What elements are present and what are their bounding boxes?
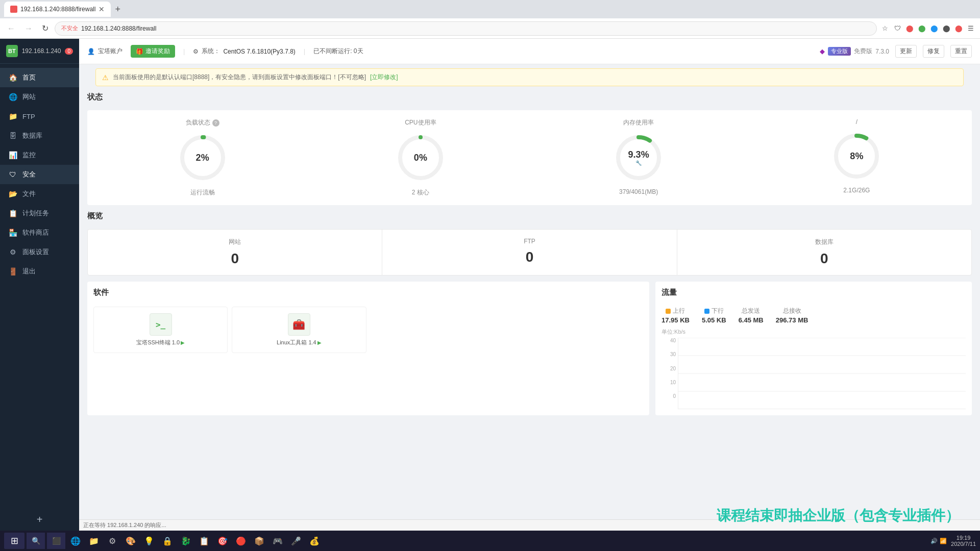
top-bar-right: ◆ 专业版 免费版 7.3.0 更新 修复 重置 xyxy=(820,45,972,58)
sidebar-item-database[interactable]: 🗄 数据库 xyxy=(0,126,79,145)
sys-icon2[interactable]: 📶 xyxy=(940,538,947,544)
new-tab-btn[interactable]: + xyxy=(115,4,120,15)
traffic-upload: 上行 17.95 KB xyxy=(662,307,690,324)
main-content: 👤 宝塔账户 🎁 邀请奖励 | ⚙ 系统： CentOS 7.6.1810(Py… xyxy=(79,39,980,531)
sidebar-label-tasks: 计划任务 xyxy=(22,209,49,218)
sidebar-item-website[interactable]: 🌐 网站 xyxy=(0,87,79,107)
download-dot xyxy=(704,309,709,314)
taskbar-icon9[interactable]: 🎯 xyxy=(214,533,231,549)
sidebar-label-store: 软件商店 xyxy=(22,228,49,237)
sidebar-item-ftp[interactable]: 📁 FTP xyxy=(0,107,79,126)
ext-icon4[interactable]: ⬤ xyxy=(941,23,951,34)
reset-btn[interactable]: 重置 xyxy=(950,45,972,58)
security-icon: 🛡 xyxy=(8,170,17,179)
taskbar-explorer-icon[interactable]: 📁 xyxy=(86,533,102,549)
taskbar-icon12[interactable]: 🎮 xyxy=(270,533,286,549)
memory-value: 9.3% 🔧 xyxy=(628,149,649,166)
update-btn[interactable]: 更新 xyxy=(895,45,917,58)
ssh-name: 宝塔SSH终端 1.0 ▶ xyxy=(136,339,185,346)
shield-icon[interactable]: 🛡 xyxy=(892,23,902,34)
overview-ftp[interactable]: FTP 0 xyxy=(382,230,677,275)
repair-btn[interactable]: 修复 xyxy=(923,45,944,58)
tab-close-btn[interactable]: ✕ xyxy=(99,5,105,13)
back-btn[interactable]: ← xyxy=(4,22,18,35)
ext-icon3[interactable]: ⬤ xyxy=(929,23,939,34)
sidebar-label-settings: 面板设置 xyxy=(22,247,49,257)
pro-badge: 专业版 xyxy=(828,47,851,56)
sidebar-item-home[interactable]: 🏠 首页 xyxy=(0,68,79,87)
separator1: | xyxy=(183,47,185,55)
ext-icon1[interactable]: ⬤ xyxy=(904,23,915,34)
sidebar-item-settings[interactable]: ⚙ 面板设置 xyxy=(0,242,79,262)
sidebar-item-files[interactable]: 📂 文件 xyxy=(0,184,79,204)
star-icon[interactable]: ☆ xyxy=(880,23,890,34)
status-title: 状态 xyxy=(87,92,972,105)
taskbar-icon11[interactable]: 📦 xyxy=(251,533,267,549)
user-account-btn[interactable]: 👤 宝塔账户 xyxy=(87,47,122,56)
reload-btn[interactable]: ↻ xyxy=(39,21,52,35)
sidebar-item-monitor[interactable]: 📊 监控 xyxy=(0,145,79,165)
taskbar-search-btn[interactable]: 🔍 xyxy=(27,533,45,549)
taskbar-icon5[interactable]: 💡 xyxy=(141,533,157,549)
ext-icon2[interactable]: ⬤ xyxy=(917,23,927,34)
taskbar-sys-icons: 🔊 📶 xyxy=(930,538,947,544)
taskbar-icon3[interactable]: ⚙ xyxy=(104,533,120,549)
ext-icon5[interactable]: ⬤ xyxy=(953,23,964,34)
url-text: 192.168.1.240:8888/firewall xyxy=(81,25,156,32)
y-axis: 40 30 20 10 0 xyxy=(662,338,676,399)
download-value: 5.05 KB xyxy=(702,316,726,324)
taskbar-icon6[interactable]: 🔒 xyxy=(159,533,176,549)
taskbar-icon13[interactable]: 🎤 xyxy=(288,533,304,549)
forward-btn[interactable]: → xyxy=(21,22,36,35)
sidebar-item-logout[interactable]: 🚪 退出 xyxy=(0,262,79,281)
taskbar-task-btn[interactable]: ⬛ xyxy=(47,533,65,549)
y-label-30: 30 xyxy=(662,352,676,357)
sidebar-item-store[interactable]: 🏪 软件商店 xyxy=(0,223,79,242)
memory-icon-text: 🔧 xyxy=(628,160,649,166)
taskbar-icon4[interactable]: 🎨 xyxy=(122,533,139,549)
browser-tab[interactable]: 192.168.1.240:8888/firewall ✕ xyxy=(4,2,111,17)
info-icon[interactable]: ? xyxy=(212,119,219,127)
y-label-20: 20 xyxy=(662,366,676,371)
sidebar-item-tasks[interactable]: 📋 计划任务 xyxy=(0,204,79,223)
settings-icon: ⚙ xyxy=(8,247,17,257)
memory-sub: 379/4061(MB) xyxy=(619,188,658,195)
status-card-load: 负载状态 ? 2% 运行流畅 xyxy=(100,118,305,197)
taskbar-browser-icon[interactable]: 🌐 xyxy=(67,533,84,549)
warning-link[interactable]: [立即修改] xyxy=(370,73,398,82)
taskbar-icon14[interactable]: 💰 xyxy=(306,533,323,549)
software-item-tools[interactable]: 🧰 Linux工具箱 1.4 ▶ xyxy=(232,307,366,353)
load-sub: 运行流畅 xyxy=(190,188,215,197)
url-bar[interactable]: 不安全 192.168.1.240:8888/firewall xyxy=(55,21,877,36)
separator2: | xyxy=(304,47,305,55)
taskbar-start-btn[interactable]: ⊞ xyxy=(4,533,24,549)
sidebar-item-security[interactable]: 🛡 安全 xyxy=(0,165,79,184)
taskbar-icon8[interactable]: 📋 xyxy=(196,533,212,549)
cpu-sub: 2 核心 xyxy=(412,188,429,197)
address-bar: ← → ↻ 不安全 192.168.1.240:8888/firewall ☆ … xyxy=(0,18,980,39)
disk-value: 8% xyxy=(850,151,863,162)
sidebar-label-ftp: FTP xyxy=(22,113,35,120)
sidebar-header: BT 192.168.1.240 0 xyxy=(0,39,79,64)
sidebar-ip: 192.168.1.240 xyxy=(22,47,61,55)
overview-ftp-value: 0 xyxy=(395,249,664,265)
invite-btn[interactable]: 🎁 邀请奖励 xyxy=(131,45,175,58)
ext-icon6[interactable]: ☰ xyxy=(966,23,976,34)
load-label: 负载状态 ? xyxy=(186,118,219,127)
sidebar-add-btn[interactable]: + xyxy=(0,509,79,531)
sys-icon1[interactable]: 🔊 xyxy=(930,538,938,544)
security-label: 不安全 xyxy=(61,24,78,32)
sidebar-label-files: 文件 xyxy=(22,189,36,198)
taskbar-icon7[interactable]: 🐉 xyxy=(178,533,194,549)
overview-database[interactable]: 数据库 0 xyxy=(677,230,971,275)
overview-ftp-label: FTP xyxy=(395,238,664,245)
load-value: 2% xyxy=(196,153,209,163)
taskbar-icon10[interactable]: 🔴 xyxy=(233,533,249,549)
software-item-ssh[interactable]: >_ 宝塔SSH终端 1.0 ▶ xyxy=(93,307,228,353)
traffic-chart-svg xyxy=(678,338,966,409)
warning-bar: ⚠ 当前面板使用的是默认认端口[8888]，有安全隐患，请到面板设置中修改面板端… xyxy=(95,68,964,86)
y-label-40: 40 xyxy=(662,338,676,343)
taskbar-time[interactable]: 19:19 2020/7/11 xyxy=(951,535,976,547)
chart-unit: 单位:Kb/s xyxy=(662,328,966,336)
overview-website[interactable]: 网站 0 xyxy=(88,230,382,275)
